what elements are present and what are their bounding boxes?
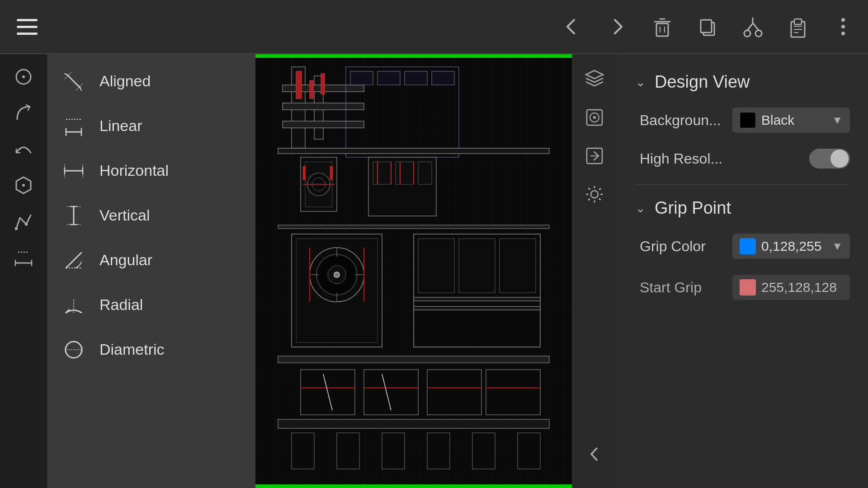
paste-icon bbox=[787, 15, 809, 38]
cad-drawing[interactable] bbox=[255, 58, 572, 484]
start-grip-color-swatch bbox=[740, 279, 756, 296]
radial-icon bbox=[61, 292, 86, 317]
forward-button[interactable] bbox=[601, 11, 633, 42]
svg-rect-107 bbox=[278, 356, 549, 363]
svg-rect-66 bbox=[321, 74, 325, 94]
hamburger-line-1 bbox=[17, 19, 38, 21]
svg-point-131 bbox=[591, 191, 598, 198]
left-sidebar bbox=[0, 54, 47, 488]
vertical-toolbar bbox=[572, 54, 617, 488]
high-res-toggle[interactable] bbox=[809, 149, 850, 169]
polyline-tool-button[interactable] bbox=[8, 206, 39, 237]
background-row: Backgroun... Black ▼ bbox=[635, 108, 850, 133]
grip-point-chevron: ⌄ bbox=[635, 201, 646, 216]
horizontal-icon bbox=[61, 158, 86, 183]
svg-rect-121 bbox=[382, 433, 405, 469]
view-icon bbox=[584, 107, 605, 128]
high-res-label: High Resol... bbox=[640, 150, 722, 167]
grip-color-dropdown-arrow: ▼ bbox=[832, 240, 843, 253]
angular-item[interactable]: Angular bbox=[47, 238, 255, 282]
horizontal-item[interactable]: Horizontal bbox=[47, 148, 255, 193]
hamburger-button[interactable] bbox=[9, 9, 45, 45]
svg-rect-120 bbox=[337, 433, 359, 469]
grip-color-label: Grip Color bbox=[640, 238, 706, 255]
high-res-toggle-container bbox=[809, 149, 850, 169]
edit-button[interactable] bbox=[579, 140, 610, 172]
radial-item[interactable]: Radial bbox=[47, 282, 255, 327]
svg-rect-111 bbox=[486, 370, 540, 415]
hex-tool-button[interactable] bbox=[8, 169, 39, 201]
svg-rect-13 bbox=[794, 19, 802, 24]
circle-tool-button[interactable] bbox=[8, 61, 39, 93]
more-button[interactable] bbox=[827, 11, 859, 42]
arc-tool-icon bbox=[14, 103, 33, 123]
svg-rect-78 bbox=[330, 166, 333, 180]
svg-point-7 bbox=[744, 30, 750, 37]
svg-rect-68 bbox=[350, 71, 373, 85]
svg-rect-109 bbox=[364, 370, 418, 415]
svg-line-10 bbox=[753, 23, 759, 30]
svg-marker-125 bbox=[586, 70, 603, 79]
svg-point-19 bbox=[841, 32, 845, 35]
collapse-panel-button[interactable] bbox=[579, 438, 610, 470]
background-control[interactable]: Black ▼ bbox=[732, 108, 850, 133]
cad-drawing-svg bbox=[255, 58, 572, 484]
svg-point-17 bbox=[841, 18, 845, 22]
svg-rect-81 bbox=[373, 162, 391, 184]
linear-item[interactable]: Linear bbox=[47, 103, 255, 148]
svg-point-128 bbox=[593, 116, 596, 119]
dim-tool-icon bbox=[14, 248, 33, 267]
start-grip-label: Start Grip bbox=[640, 279, 702, 296]
arc-tool-button[interactable] bbox=[8, 97, 39, 129]
grip-color-row: Grip Color 0,128,255 ▼ bbox=[635, 234, 850, 259]
arc2-tool-button[interactable] bbox=[8, 133, 39, 165]
grip-point-section-header[interactable]: ⌄ Grip Point bbox=[635, 198, 850, 218]
settings-button[interactable] bbox=[579, 178, 610, 210]
layers-icon bbox=[584, 69, 605, 89]
svg-rect-65 bbox=[310, 80, 313, 99]
diametric-item[interactable]: Diametric bbox=[47, 327, 255, 372]
back-button[interactable] bbox=[556, 11, 588, 42]
svg-rect-124 bbox=[518, 433, 540, 469]
cut-button[interactable] bbox=[737, 11, 769, 42]
grip-color-control[interactable]: 0,128,255 ▼ bbox=[732, 234, 850, 259]
svg-rect-106 bbox=[414, 306, 540, 310]
grip-color-swatch bbox=[740, 238, 756, 254]
svg-line-9 bbox=[747, 23, 753, 30]
vertical-icon bbox=[61, 203, 86, 228]
diametric-icon bbox=[61, 337, 86, 362]
high-res-toggle-knob bbox=[830, 150, 849, 168]
vertical-item[interactable]: Vertical bbox=[47, 193, 255, 238]
layers-button[interactable] bbox=[579, 63, 610, 95]
delete-button[interactable] bbox=[646, 11, 678, 42]
view-button[interactable] bbox=[579, 102, 610, 133]
svg-rect-77 bbox=[303, 166, 306, 180]
svg-rect-103 bbox=[459, 239, 495, 293]
section-divider-1 bbox=[635, 184, 850, 185]
svg-rect-119 bbox=[292, 433, 314, 469]
svg-rect-123 bbox=[472, 433, 495, 469]
aligned-item[interactable]: Aligned bbox=[47, 59, 255, 103]
svg-rect-70 bbox=[405, 71, 427, 85]
hamburger-line-2 bbox=[17, 26, 38, 28]
start-grip-control[interactable]: 255,128,128 bbox=[732, 275, 850, 300]
back-icon bbox=[561, 15, 583, 38]
svg-rect-104 bbox=[500, 239, 536, 293]
svg-rect-105 bbox=[414, 297, 540, 301]
svg-rect-88 bbox=[278, 225, 549, 229]
radial-label: Radial bbox=[99, 296, 143, 314]
right-properties-panel: ⌄ Design View Backgroun... Black ▼ High … bbox=[617, 54, 868, 488]
edit-icon bbox=[584, 145, 605, 166]
svg-rect-102 bbox=[418, 239, 454, 293]
green-bar-top bbox=[255, 54, 572, 58]
background-dropdown-arrow: ▼ bbox=[832, 114, 843, 127]
grip-point-title: Grip Point bbox=[655, 198, 731, 218]
paste-button[interactable] bbox=[782, 11, 814, 42]
design-view-section-header[interactable]: ⌄ Design View bbox=[635, 72, 850, 92]
svg-rect-62 bbox=[283, 103, 364, 110]
copy-button[interactable] bbox=[692, 11, 723, 42]
svg-line-30 bbox=[67, 75, 80, 88]
dimension-panel: Aligned Linear Horizontal bbox=[47, 54, 255, 488]
dim-tool-button[interactable] bbox=[8, 242, 39, 273]
svg-point-21 bbox=[22, 75, 25, 78]
